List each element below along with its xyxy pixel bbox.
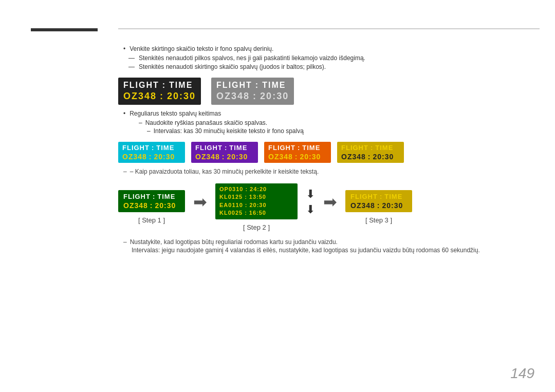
dash-text-1: Stenkitės nenaudoti pilkos spalvos, nes …: [139, 54, 365, 62]
orange-row2: OZ348 : 20:30: [268, 153, 327, 161]
flight-card-gray: FLIGHT : TIME OZ348 : 20:30: [211, 78, 294, 105]
step3-card: FLIGHT : TIME OZ348 : 20:30: [345, 190, 412, 212]
step2-row2: KL0125 : 13:50: [219, 193, 293, 201]
flight-card-gray-row2: OZ348 : 20:30: [216, 91, 289, 102]
sub-dash-item-1: Naudokite ryškias panašaus skaičio spalv…: [139, 119, 540, 126]
arrow-right-1: ➡: [193, 192, 207, 212]
bottom-note-1: – Nustatykite, kad logotipas būtų reguli…: [123, 238, 540, 246]
yellow-row2: OZ348 : 20:30: [341, 153, 400, 161]
dash-text-2: Stenkitės nenaudoti skirtingo skaičio sp…: [139, 63, 326, 70]
purple-row1: FLIGHT : TIME: [195, 144, 254, 152]
step2-row3: EA0110 : 20:30: [219, 201, 293, 209]
bullet-list-2: Reguliarus teksto spalvų keitimas Naudok…: [123, 110, 540, 135]
arrow-right-2: ➡: [323, 192, 337, 212]
top-line: [118, 28, 540, 29]
colon2-g: :: [253, 91, 257, 102]
page-number: 149: [510, 365, 534, 382]
flight-card-gray-row1: FLIGHT : TIME: [216, 81, 289, 90]
oz348-label-g: OZ348: [216, 91, 250, 102]
flight-card-yellow: FLIGHT : TIME OZ348 : 20:30: [337, 142, 404, 163]
step2-row4: KL0025 : 16:50: [219, 209, 293, 217]
bullet-text-2: Reguliarus teksto spalvų keitimas: [130, 110, 221, 117]
bullet-item-1: Venkite skirtingo skaičio teksto ir fono…: [123, 45, 540, 52]
step3-block: FLIGHT : TIME OZ348 : 20:30 [ Step 3 ]: [345, 190, 412, 224]
time-label-g: TIME: [262, 81, 286, 90]
arrow-down-1: ⬇: [306, 188, 315, 201]
dash-note: – – Kaip pavaizduota toliau, kas 30 minu…: [123, 168, 540, 175]
step1-block: FLIGHT : TIME OZ348 : 20:30 [ Step 1 ]: [118, 190, 185, 224]
steps-section: FLIGHT : TIME OZ348 : 20:30 [ Step 1 ] ➡…: [118, 183, 540, 231]
time-value: 20:30: [167, 91, 196, 102]
left-accent: [31, 28, 98, 31]
dash-item-1: Stenkitės nenaudoti pilkos spalvos, nes …: [128, 54, 540, 62]
step1-card: FLIGHT : TIME OZ348 : 20:30: [118, 190, 185, 212]
step2-block: OP0310 : 24:20 KL0125 : 13:50 EA0110 : 2…: [215, 183, 298, 231]
bullet-item-2: Reguliarus teksto spalvų keitimas: [123, 110, 540, 117]
step2-label: [ Step 2 ]: [243, 223, 270, 231]
bottom-notes: – Nustatykite, kad logotipas būtų reguli…: [118, 238, 540, 254]
step1-row1: FLIGHT : TIME: [123, 193, 180, 200]
variant-cards-row: FLIGHT : TIME OZ348 : 20:30 FLIGHT : TIM…: [118, 142, 540, 163]
colon1: :: [162, 81, 166, 90]
flight-card-dark-row2: OZ348 : 20:30: [123, 91, 196, 102]
flight-card-cyan: FLIGHT : TIME OZ348 : 20:30: [118, 142, 185, 163]
step2-row1: OP0310 : 24:20: [219, 185, 293, 193]
top-cards-section: FLIGHT : TIME OZ348 : 20:30 FLIGHT : TIM…: [118, 78, 540, 105]
time-value-g: 20:30: [260, 91, 289, 102]
bottom-note-2: Intervalas: jeigu naudojate gaminį 4 val…: [132, 247, 540, 254]
oz348-label: OZ348: [123, 91, 157, 102]
step2-card: OP0310 : 24:20 KL0125 : 13:50 EA0110 : 2…: [215, 183, 298, 219]
bottom-note-1-text: Nustatykite, kad logotipas būtų reguliar…: [130, 238, 338, 246]
yellow-row1: FLIGHT : TIME: [341, 144, 400, 152]
orange-row1: FLIGHT : TIME: [268, 144, 327, 152]
sub-dash-item-2: Intervalas: kas 30 minučių keiskite teks…: [147, 127, 540, 135]
flight-card-dark-row1: FLIGHT : TIME: [123, 81, 196, 90]
flight-label: FLIGHT: [123, 81, 159, 90]
flight-card-dark: FLIGHT : TIME OZ348 : 20:30: [118, 78, 201, 105]
step1-row2: OZ348 : 20:30: [123, 201, 180, 210]
cyan-row1: FLIGHT : TIME: [122, 144, 181, 152]
purple-row2: OZ348 : 20:30: [195, 153, 254, 161]
step1-label: [ Step 1 ]: [138, 216, 165, 224]
bullet-text-1: Venkite skirtingo skaičio teksto ir fono…: [130, 45, 273, 52]
dash-item-2: Stenkitės nenaudoti skirtingo skaičio sp…: [128, 63, 540, 70]
step3-row2: OZ348 : 20:30: [350, 201, 407, 210]
arrow-down-2: ⬇: [306, 203, 315, 216]
step3-row1: FLIGHT : TIME: [350, 193, 407, 200]
flight-label-g: FLIGHT: [216, 81, 252, 90]
time-label: TIME: [169, 81, 193, 90]
flight-card-orange: FLIGHT : TIME OZ348 : 20:30: [264, 142, 331, 163]
colon2: :: [160, 91, 164, 102]
arrows-down: ⬇ ⬇: [306, 188, 315, 216]
colon1-g: :: [255, 81, 259, 90]
bottom-note-2-text: Intervalas: jeigu naudojate gaminį 4 val…: [132, 247, 480, 254]
bullet-list-top: Venkite skirtingo skaičio teksto ir fono…: [123, 45, 540, 70]
sub-dash-text-2: Intervalas: kas 30 minučių keiskite teks…: [154, 127, 304, 135]
sub-dash-text-1: Naudokite ryškias panašaus skaičio spalv…: [145, 119, 267, 126]
dash-note-text: – Kaip pavaizduota toliau, kas 30 minuči…: [130, 168, 319, 175]
step3-label: [ Step 3 ]: [365, 216, 392, 224]
flight-card-purple: FLIGHT : TIME OZ348 : 20:30: [191, 142, 258, 163]
main-content: Venkite skirtingo skaičio teksto ir fono…: [118, 36, 540, 361]
cyan-row2: OZ348 : 20:30: [122, 153, 181, 161]
